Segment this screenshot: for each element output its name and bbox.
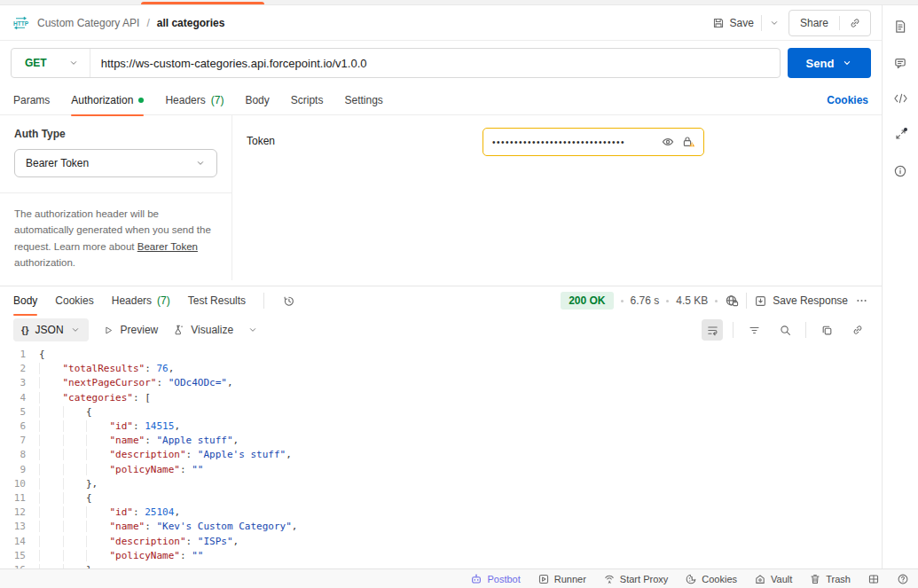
- response-tab-headers[interactable]: Headers(7): [112, 286, 170, 315]
- indent-guide: [39, 536, 63, 547]
- code-line-13: 13 "name": "Kev's Custom Category",: [0, 520, 882, 534]
- breadcrumb-request-name[interactable]: all categories: [157, 17, 225, 29]
- request-header: HTTP Custom Category API / all categorie…: [0, 5, 882, 41]
- breadcrumb-collection[interactable]: Custom Category API: [37, 17, 139, 29]
- comments-icon[interactable]: [893, 56, 907, 70]
- trash-icon: [809, 573, 821, 585]
- cookies-link[interactable]: Cookies: [827, 94, 868, 106]
- send-options-chevron-icon[interactable]: [842, 58, 852, 68]
- visualize-button[interactable]: Visualize: [172, 324, 233, 336]
- indent-guide: [39, 435, 63, 446]
- network-info-icon[interactable]: [725, 294, 739, 308]
- vault-button[interactable]: Vault: [754, 573, 792, 585]
- line-content: "description": "ISPs",: [39, 535, 239, 549]
- split-panes-button[interactable]: [867, 573, 880, 585]
- wrap-icon: [706, 324, 719, 337]
- auth-description-text: authorization.: [14, 257, 75, 268]
- tab-count: (7): [211, 94, 224, 106]
- auth-type-select[interactable]: Bearer Token: [14, 149, 217, 177]
- eye-icon[interactable]: [661, 135, 675, 149]
- method-selector[interactable]: GET: [12, 57, 90, 69]
- request-tab-params[interactable]: Params: [13, 86, 50, 115]
- status-badge[interactable]: 200 OK: [561, 292, 613, 310]
- chevron-down-icon: [195, 158, 206, 169]
- response-tab-cookies[interactable]: Cookies: [55, 286, 93, 315]
- share-group: Share: [789, 10, 871, 36]
- copy-link-button[interactable]: [840, 17, 870, 29]
- method-value: GET: [25, 57, 47, 69]
- info-icon[interactable]: [893, 164, 907, 178]
- send-button[interactable]: Send: [788, 48, 871, 78]
- indent-guide: [86, 521, 110, 532]
- bearer-token-link[interactable]: Bearer Token: [137, 241, 198, 252]
- response-size[interactable]: 4.5 KB: [676, 294, 708, 307]
- code-line-2: 2 "totalResults": 76,: [0, 362, 882, 376]
- response-body-code[interactable]: 1{2 "totalResults": 76,3 "nextPageCursor…: [0, 345, 882, 568]
- tab-count: (7): [157, 294, 170, 307]
- line-content: "totalResults": 76,: [39, 362, 174, 376]
- link-icon: [849, 17, 861, 29]
- more-options-icon[interactable]: [855, 296, 868, 305]
- code-icon[interactable]: [893, 92, 908, 105]
- token-input[interactable]: ••••••••••••••••••••••••••••••: [483, 128, 704, 156]
- tab-label: Cookies: [55, 294, 93, 307]
- indent-guide: [63, 464, 87, 475]
- request-tab-authorization[interactable]: Authorization: [71, 86, 144, 115]
- dot-separator: [621, 300, 624, 302]
- share-button[interactable]: Share: [789, 17, 839, 29]
- divider: [761, 15, 762, 31]
- response-toolbar: {} JSON Preview Visualize: [0, 315, 882, 345]
- request-tab-scripts[interactable]: Scripts: [291, 86, 324, 115]
- save-options-chevron-icon[interactable]: [769, 18, 780, 28]
- wrap-lines-button[interactable]: [702, 319, 723, 341]
- request-tab-headers[interactable]: Headers(7): [165, 86, 224, 115]
- response-time[interactable]: 6.76 s: [631, 294, 660, 307]
- visualize-options-chevron-icon[interactable]: [247, 325, 258, 335]
- request-tab-body[interactable]: Body: [245, 86, 269, 115]
- tab-label: Params: [13, 94, 50, 106]
- indent-guide: [39, 406, 63, 418]
- lock-warning-icon[interactable]: [681, 135, 696, 149]
- trash-button[interactable]: Trash: [809, 573, 851, 585]
- documentation-icon[interactable]: [893, 20, 907, 34]
- save-button[interactable]: Save: [712, 17, 754, 29]
- search-button[interactable]: [774, 319, 796, 341]
- line-number: 12: [0, 506, 39, 520]
- tab-label: Body: [13, 294, 37, 307]
- indent-guide: [86, 550, 110, 561]
- line-content: "name": "Kev's Custom Category",: [39, 520, 297, 534]
- workspace-tab-strip: [0, 0, 918, 5]
- get-link-button[interactable]: [847, 319, 868, 341]
- auth-description: The authorization header will be automat…: [14, 206, 217, 271]
- help-button[interactable]: [897, 573, 909, 585]
- filter-button[interactable]: [743, 319, 765, 341]
- response-history-icon[interactable]: [282, 294, 295, 308]
- url-input[interactable]: https://ws-custom-categories.api.forcepo…: [90, 57, 780, 70]
- response-tab-body[interactable]: Body: [13, 286, 37, 315]
- line-number: 4: [0, 391, 39, 405]
- request-tab-settings[interactable]: Settings: [344, 86, 382, 115]
- response-tab-test-results[interactable]: Test Results: [188, 286, 246, 315]
- code-line-8: 8 "description": "Apple's stuff",: [0, 448, 882, 462]
- indent-guide: [63, 492, 87, 504]
- indent-guide: [63, 550, 87, 561]
- code-line-3: 3 "nextPageCursor": "ODc4ODc=",: [0, 376, 882, 390]
- status-bar-label: Trash: [826, 574, 851, 584]
- indent-guide: [39, 363, 63, 374]
- preview-button[interactable]: Preview: [103, 324, 159, 336]
- runner-button[interactable]: Runner: [537, 573, 586, 585]
- filter-icon: [748, 324, 761, 337]
- postbot-button[interactable]: Postbot: [470, 573, 520, 585]
- line-number: 14: [0, 535, 39, 549]
- indent-guide: [63, 406, 87, 418]
- save-label: Save: [730, 17, 754, 29]
- related-requests-icon[interactable]: [893, 127, 908, 142]
- link-icon: [851, 324, 864, 336]
- response-format-select[interactable]: {} JSON: [13, 318, 89, 341]
- status-bar-label: Vault: [771, 574, 792, 584]
- save-response-button[interactable]: Save Response: [754, 294, 848, 308]
- cookies-button[interactable]: Cookies: [685, 573, 737, 585]
- copy-button[interactable]: [816, 319, 837, 341]
- start-proxy-button[interactable]: Start Proxy: [603, 573, 668, 585]
- preview-icon: [103, 325, 114, 336]
